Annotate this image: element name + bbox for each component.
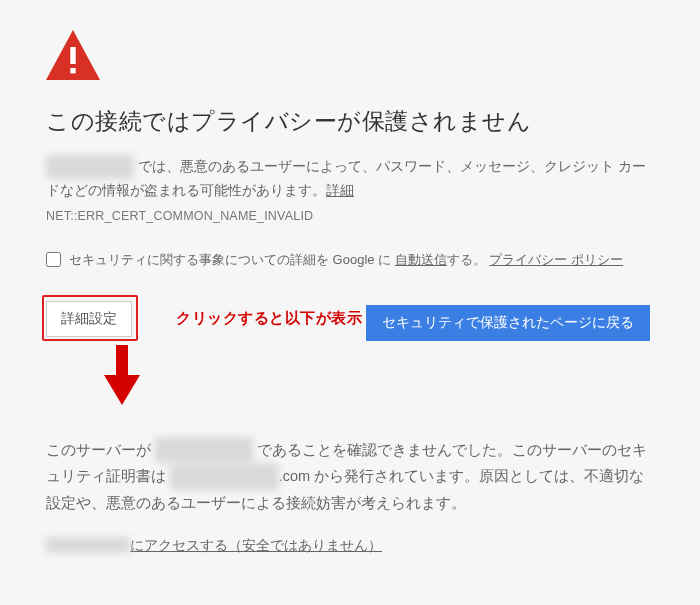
learn-more-link[interactable]: 詳細 [326,182,354,198]
optin-autosend-link[interactable]: 自動送信 [395,252,447,267]
svg-rect-3 [116,345,128,379]
warning-body: xxx xxxxxxxxx では、悪意のあるユーザーによって、パスワード、メッセ… [46,155,650,203]
advanced-button[interactable]: 詳細設定 [46,301,132,337]
redacted-domain: xxx xxxxxxxxx [46,155,134,179]
page-title: この接続ではプライバシーが保護されません [46,106,650,137]
back-to-safety-button[interactable]: セキュリティで保護されたページに戻る [366,305,650,341]
redacted-issuer: xxxxxxxxxxxxxxx [170,463,279,490]
proceed-anyway-link[interactable]: xxxxxxxxxxxx にアクセスする（安全ではありません） [46,537,382,553]
redacted-domain: xxxxxxxxxxxx [46,537,130,553]
privacy-policy-link[interactable]: プライバシー ポリシー [489,252,623,267]
svg-rect-1 [70,47,75,64]
optin-row: セキュリティに関する事象についての詳細を Google に 自動送信する。 プラ… [46,251,650,269]
error-code: NET::ERR_CERT_COMMON_NAME_INVALID [46,209,650,223]
details-section: このサーバーが xxx xxxxxxxxxx であることを確認できませんでした。… [46,437,650,517]
optin-text: セキュリティに関する事象についての詳細を Google に [69,252,391,267]
annotation-text: クリックすると以下が表示 [176,309,362,328]
svg-rect-2 [70,68,75,73]
redacted-domain: xxx xxxxxxxxxx [155,437,253,464]
optin-checkbox[interactable] [46,252,61,267]
annotation-arrow-down-icon [104,345,140,409]
svg-marker-4 [104,375,140,405]
warning-triangle-icon [46,30,100,80]
